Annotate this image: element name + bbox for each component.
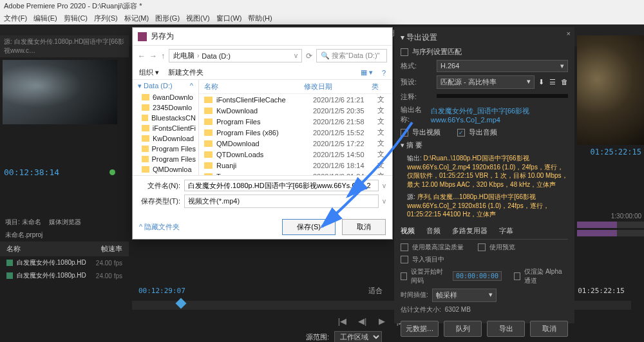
project-item[interactable]: 白发魔女外传.1080p.HD 24.00 fps — [0, 256, 129, 269]
col-fps[interactable]: 帧速率 — [101, 244, 122, 254]
match-sequence-checkbox[interactable] — [401, 48, 408, 56]
project-item[interactable]: 白发魔女外传.1080p.HD 24.00 fps — [0, 269, 129, 282]
program-timecode[interactable]: 01:25:22:15 — [577, 145, 644, 159]
col-date[interactable]: 修改日期 — [304, 82, 372, 91]
nav-fwd-icon[interactable]: → — [149, 52, 157, 61]
metadata-button[interactable]: 元数据… — [401, 321, 439, 337]
tree-item[interactable]: 6wanDownlo — [133, 92, 198, 102]
program-monitor[interactable] — [577, 35, 644, 145]
organize-menu[interactable]: 组织 ▾ — [139, 68, 159, 77]
start-tc-input[interactable]: 00:00:00:00 — [453, 271, 502, 281]
export-cancel-button[interactable]: 取消 — [530, 321, 568, 337]
program-track[interactable] — [577, 222, 644, 228]
search-input[interactable]: 🔍 搜索"Data (D:)" — [316, 49, 387, 62]
source-timecode[interactable]: 00:12:38:14 — [4, 167, 59, 177]
tree-item[interactable]: BluestacksCN — [133, 113, 198, 123]
delete-preset-icon[interactable]: 🗑 — [561, 78, 568, 86]
tree-item[interactable]: 2345Downlo — [133, 102, 198, 113]
comments-input[interactable] — [437, 94, 568, 98]
range-label: 源范围: — [306, 332, 329, 342]
filetype-select[interactable]: 视频文件(*.mp4) — [184, 195, 379, 208]
file-row[interactable]: QTDownLoads2020/12/5 14:50文 — [199, 149, 392, 160]
file-row[interactable]: iFontsClientFileCache2020/12/6 21:21文 — [199, 94, 392, 105]
menu-marker[interactable]: 标记(M) — [124, 14, 149, 23]
export-button[interactable]: 导出 — [487, 321, 525, 337]
tree-item[interactable]: KwDownload — [133, 133, 198, 144]
menu-window[interactable]: 窗口(W) — [216, 14, 242, 23]
preset-select[interactable]: 匹配源 - 高比特率▾ — [437, 75, 535, 89]
project-tab[interactable]: 项目: 未命名 — [5, 218, 41, 227]
alpha-checkbox[interactable] — [514, 272, 520, 280]
save-preset-icon[interactable]: ⬇ — [538, 78, 544, 86]
file-row[interactable]: KwDownload2020/12/5 20:35文 — [199, 105, 392, 116]
import-preset-icon[interactable]: ☰ — [549, 78, 556, 86]
out-timecode[interactable]: 01:25:22:15 — [578, 287, 625, 295]
menu-edit[interactable]: 编辑(E) — [33, 14, 57, 23]
filename-input[interactable] — [184, 180, 379, 191]
save-button[interactable]: 保存(S) — [282, 219, 336, 235]
file-row[interactable]: Ruanji2020/12/6 18:14文 — [199, 160, 392, 171]
breadcrumb[interactable]: 此电脑 › Data (D:) v — [169, 49, 302, 62]
menu-graphics[interactable]: 图形(G) — [155, 14, 180, 23]
col-name[interactable]: 名称 — [204, 82, 304, 91]
max-render-checkbox[interactable] — [401, 243, 408, 251]
tab-video[interactable]: 视频 — [401, 226, 415, 236]
nav-back-icon[interactable]: ← — [138, 52, 146, 61]
export-settings-panel: × ▾ 导出设置 与序列设置匹配 格式: H.264▾ 预设: 匹配源 - 高比… — [394, 27, 574, 323]
folder-tree[interactable]: ▾ Data (D:)^ 6wanDownlo2345DownloBluesta… — [133, 80, 199, 175]
crumb-drive[interactable]: Data (D:) — [202, 52, 231, 60]
interp-select[interactable]: 帧采样▾ — [432, 289, 497, 302]
range-select[interactable]: 工作区域 — [334, 331, 382, 342]
menu-view[interactable]: 视图(V) — [186, 14, 210, 23]
playhead-icon[interactable] — [176, 298, 187, 309]
hide-folders-toggle[interactable]: ^ 隐藏文件夹 — [139, 222, 180, 232]
file-row[interactable]: Temp2020/12/6 21:24文 — [199, 171, 392, 175]
tree-item[interactable]: Program Files — [133, 154, 198, 164]
est-size-label: 估计文件大小: — [401, 305, 441, 314]
tab-captions[interactable]: 字幕 — [499, 226, 513, 236]
close-icon[interactable]: × — [567, 30, 571, 37]
menu-sequence[interactable]: 序列(S) — [94, 14, 118, 23]
menu-help[interactable]: 帮助(H) — [248, 14, 272, 23]
export-audio-checkbox[interactable] — [457, 129, 465, 137]
tree-item-label: QMDownloa — [153, 166, 192, 173]
tree-item[interactable]: iFontsClientFi — [133, 123, 198, 133]
import-project-checkbox[interactable] — [401, 256, 408, 263]
source-monitor[interactable] — [3, 60, 117, 124]
in-timecode[interactable]: 00:12:29:07 — [138, 287, 185, 295]
format-label: 格式: — [401, 61, 433, 71]
tab-audio[interactable]: 音频 — [426, 226, 440, 236]
tree-item[interactable]: Program Files — [133, 144, 198, 154]
nav-up-icon[interactable]: ↑ — [161, 52, 165, 61]
output-name-link[interactable]: 白发魔女外传_国语中字[66影视www.66Ys.Co]_2.mp4 — [431, 106, 568, 124]
help-icon[interactable]: ? — [382, 69, 386, 77]
view-icon[interactable]: ▦ ▾ — [361, 68, 373, 77]
play-icon[interactable]: ▶ — [379, 316, 385, 326]
queue-button[interactable]: 队列 — [444, 321, 482, 337]
file-row[interactable]: QMDownload2020/12/5 17:22文 — [199, 138, 392, 149]
file-row[interactable]: Program Files (x86)2020/12/5 15:52文 — [199, 127, 392, 138]
source-title: 源: 白发魔女外传.1080p.HD国语中字[66影视www.c… — [0, 35, 129, 57]
new-folder-button[interactable]: 新建文件夹 — [168, 68, 204, 77]
media-browser-tab[interactable]: 媒体浏览器 — [49, 218, 81, 227]
file-row[interactable]: Program Files2020/12/6 21:58文 — [199, 116, 392, 127]
format-select[interactable]: H.264▾ — [437, 60, 568, 72]
step-back-icon[interactable]: ◀| — [358, 316, 366, 326]
use-preview-checkbox[interactable] — [478, 243, 486, 251]
cancel-button[interactable]: 取消 — [342, 219, 386, 235]
file-list[interactable]: 名称 修改日期 类 iFontsClientFileCache2020/12/6… — [199, 80, 392, 175]
start-tc-checkbox[interactable] — [401, 272, 407, 280]
prev-icon[interactable]: |◀ — [338, 316, 346, 326]
col-name[interactable]: 名称 — [6, 244, 21, 254]
zoom-fit[interactable]: 适合 — [368, 286, 383, 296]
refresh-icon[interactable]: ⟳ — [306, 52, 312, 61]
folder-icon — [204, 97, 213, 103]
tab-mux[interactable]: 多路复用器 — [452, 226, 488, 236]
export-video-checkbox[interactable] — [401, 129, 408, 137]
menu-clip[interactable]: 剪辑(C) — [64, 14, 88, 23]
col-type[interactable]: 类 — [372, 82, 379, 91]
program-track[interactable] — [577, 230, 644, 236]
tree-item[interactable]: QMDownloa — [133, 164, 198, 175]
menu-file[interactable]: 文件(F) — [4, 14, 27, 23]
crumb-pc[interactable]: 此电脑 — [173, 51, 194, 61]
